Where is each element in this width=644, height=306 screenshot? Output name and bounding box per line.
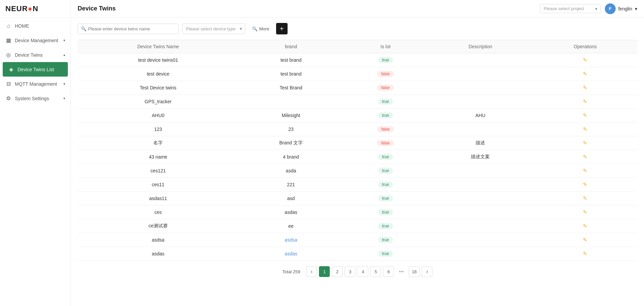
status-badge: true bbox=[378, 168, 393, 174]
status-badge: true bbox=[378, 182, 393, 188]
cell-operations: ✎ bbox=[533, 247, 637, 261]
edit-icon[interactable]: ✎ bbox=[583, 182, 587, 187]
cell-description bbox=[428, 164, 533, 178]
sidebar-item-label: Device Management bbox=[15, 38, 58, 43]
cell-operations: ✎ bbox=[533, 219, 637, 233]
edit-icon[interactable]: ✎ bbox=[583, 223, 587, 229]
table-row: 12323false✎ bbox=[78, 122, 637, 136]
project-select[interactable]: Please select project bbox=[540, 4, 601, 13]
prev-page-button[interactable]: ‹ bbox=[306, 266, 317, 277]
cell-operations: ✎ bbox=[533, 233, 637, 247]
table-row: ces121asdatrue✎ bbox=[78, 164, 637, 178]
cell-description bbox=[428, 122, 533, 136]
table-row: GPS_trackertrue✎ bbox=[78, 95, 637, 109]
user-badge[interactable]: F fenglin ▾ bbox=[605, 3, 637, 14]
cell-is-lot: true bbox=[343, 233, 428, 247]
chevron-down-icon: ▾ bbox=[63, 96, 65, 100]
device-management-icon: ▦ bbox=[5, 37, 11, 44]
edit-icon[interactable]: ✎ bbox=[583, 209, 587, 215]
sidebar-item-mqtt-management[interactable]: ⊟ MQTT Management ▾ bbox=[0, 77, 71, 91]
table-row: asdsaasdsatrue✎ bbox=[78, 233, 637, 247]
sidebar-item-home[interactable]: ⌂ HOME bbox=[0, 19, 71, 33]
page-2-button[interactable]: 2 bbox=[332, 266, 343, 277]
sidebar-item-system-settings[interactable]: ⚙ System Settings ▾ bbox=[0, 91, 71, 106]
mqtt-icon: ⊟ bbox=[5, 81, 11, 87]
cell-operations: ✎ bbox=[533, 150, 637, 164]
cell-operations: ✎ bbox=[533, 95, 637, 109]
cell-description bbox=[428, 95, 533, 109]
cell-description bbox=[428, 67, 533, 81]
page-4-button[interactable]: 4 bbox=[357, 266, 368, 277]
user-chevron-icon: ▾ bbox=[635, 6, 637, 11]
status-badge: true bbox=[378, 99, 393, 105]
cell-brand: Brand 文字 bbox=[239, 136, 344, 150]
pagination: Total 259 ‹ 1 2 3 4 5 6 ••• 18 › bbox=[78, 261, 637, 280]
device-type-select[interactable]: Please select device type bbox=[182, 24, 245, 34]
cell-brand: Test Brand bbox=[239, 81, 344, 95]
page-1-button[interactable]: 1 bbox=[319, 266, 330, 277]
cell-brand: test brand bbox=[239, 53, 344, 67]
next-page-button[interactable]: › bbox=[422, 266, 432, 277]
search-input[interactable] bbox=[78, 24, 179, 34]
device-twins-icon: ◎ bbox=[5, 52, 11, 58]
sidebar-item-label: MQTT Management bbox=[15, 81, 57, 87]
page-6-button[interactable]: 6 bbox=[383, 266, 394, 277]
cell-is-lot: true bbox=[343, 205, 428, 219]
edit-icon[interactable]: ✎ bbox=[583, 126, 587, 132]
table-row: Test Device twinsTest Brandfalse✎ bbox=[78, 81, 637, 95]
cell-operations: ✎ bbox=[533, 81, 637, 95]
col-brand: brand bbox=[239, 40, 344, 53]
more-button[interactable]: 🔍 More bbox=[249, 24, 273, 34]
table-row: test device twins01test brandtrue✎ bbox=[78, 53, 637, 67]
status-badge: true bbox=[378, 195, 393, 201]
cell-brand: test brand bbox=[239, 67, 344, 81]
username: fenglin bbox=[618, 6, 632, 11]
col-is-lot: Is lot bbox=[343, 40, 428, 53]
search-icon: 🔍 bbox=[81, 26, 86, 31]
sidebar-item-device-twins[interactable]: ◎ Device Twins ▴ bbox=[0, 48, 71, 62]
edit-icon[interactable]: ✎ bbox=[583, 195, 587, 201]
cell-is-lot: true bbox=[343, 109, 428, 122]
status-badge: false bbox=[377, 85, 394, 91]
cell-operations: ✎ bbox=[533, 192, 637, 205]
page-5-button[interactable]: 5 bbox=[370, 266, 381, 277]
page-ellipsis: ••• bbox=[396, 266, 407, 277]
edit-icon[interactable]: ✎ bbox=[583, 251, 587, 256]
device-type-select-wrap: Please select device type bbox=[182, 24, 245, 34]
cell-is-lot: true bbox=[343, 178, 428, 192]
edit-icon[interactable]: ✎ bbox=[583, 168, 587, 173]
brand-link[interactable]: asdsa bbox=[285, 237, 297, 243]
edit-icon[interactable]: ✎ bbox=[583, 154, 587, 160]
chevron-down-icon: ▾ bbox=[63, 38, 65, 42]
cell-description bbox=[428, 178, 533, 192]
table-row: asdasasdastrue✎ bbox=[78, 247, 637, 261]
edit-icon[interactable]: ✎ bbox=[583, 57, 587, 63]
brand-link[interactable]: asdas bbox=[285, 251, 297, 256]
sidebar-item-device-management[interactable]: ▦ Device Management ▾ bbox=[0, 33, 71, 48]
status-badge: true bbox=[378, 237, 393, 243]
add-button[interactable]: + bbox=[276, 23, 288, 34]
status-badge: true bbox=[378, 223, 393, 229]
cell-operations: ✎ bbox=[533, 67, 637, 81]
table-row: 名字Brand 文字false描述✎ bbox=[78, 136, 637, 150]
cell-brand: Milesight bbox=[239, 109, 344, 122]
cell-brand: 221 bbox=[239, 178, 344, 192]
page-3-button[interactable]: 3 bbox=[345, 266, 355, 277]
settings-icon: ⚙ bbox=[5, 95, 11, 102]
edit-icon[interactable]: ✎ bbox=[583, 85, 587, 90]
edit-icon[interactable]: ✎ bbox=[583, 112, 587, 118]
page-18-button[interactable]: 18 bbox=[409, 266, 420, 277]
edit-icon[interactable]: ✎ bbox=[583, 140, 587, 146]
cell-brand bbox=[239, 95, 344, 109]
search-input-wrap: 🔍 bbox=[78, 24, 179, 34]
list-icon: ◈ bbox=[8, 66, 14, 73]
edit-icon[interactable]: ✎ bbox=[583, 237, 587, 243]
cell-description bbox=[428, 219, 533, 233]
sidebar-item-device-twins-list[interactable]: ◈ Device Twins List bbox=[3, 62, 68, 77]
toolbar: 🔍 Please select device type 🔍 More + bbox=[78, 23, 637, 34]
cell-description: 描述文案 bbox=[428, 150, 533, 164]
cell-name: Test Device twins bbox=[78, 81, 239, 95]
edit-icon[interactable]: ✎ bbox=[583, 71, 587, 77]
col-description: Description bbox=[428, 40, 533, 53]
edit-icon[interactable]: ✎ bbox=[583, 99, 587, 104]
